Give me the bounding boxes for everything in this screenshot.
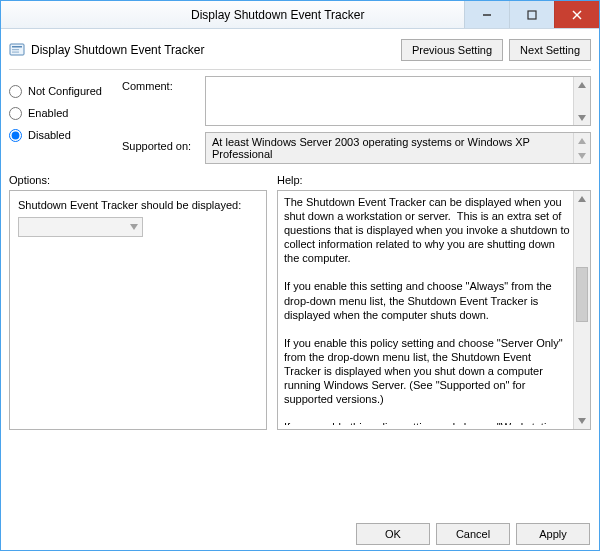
radio-disabled[interactable]: Disabled <box>9 124 114 146</box>
ok-button[interactable]: OK <box>356 523 430 545</box>
svg-rect-1 <box>528 11 536 19</box>
supported-on-box: At least Windows Server 2003 operating s… <box>205 132 591 164</box>
svg-rect-6 <box>12 49 19 50</box>
svg-marker-8 <box>578 82 586 88</box>
supported-scrollbar[interactable] <box>573 133 590 163</box>
scroll-down-icon <box>574 110 590 125</box>
radio-enabled[interactable]: Enabled <box>9 102 114 124</box>
scrollbar-track[interactable] <box>574 207 590 413</box>
radio-enabled-input[interactable] <box>9 107 22 120</box>
comment-textarea[interactable] <box>205 76 591 126</box>
help-text: The Shutdown Event Tracker can be displa… <box>284 195 570 425</box>
radio-not-configured-label: Not Configured <box>28 85 102 97</box>
chevron-down-icon <box>130 224 138 230</box>
radio-enabled-label: Enabled <box>28 107 68 119</box>
minimize-button[interactable] <box>464 1 509 28</box>
svg-marker-14 <box>578 418 586 424</box>
close-button[interactable] <box>554 1 599 28</box>
minimize-icon <box>482 10 492 20</box>
svg-marker-10 <box>578 138 586 144</box>
radio-disabled-input[interactable] <box>9 129 22 142</box>
radio-not-configured[interactable]: Not Configured <box>9 80 114 102</box>
help-panel: The Shutdown Event Tracker can be displa… <box>277 190 591 430</box>
titlebar: Display Shutdown Event Tracker <box>1 1 599 29</box>
supported-on-value: At least Windows Server 2003 operating s… <box>212 136 530 160</box>
maximize-button[interactable] <box>509 1 554 28</box>
radio-disabled-label: Disabled <box>28 129 71 141</box>
previous-setting-button[interactable]: Previous Setting <box>401 39 503 61</box>
scrollbar-thumb[interactable] <box>576 267 588 322</box>
svg-marker-9 <box>578 115 586 121</box>
apply-button[interactable]: Apply <box>516 523 590 545</box>
scroll-up-icon <box>574 133 590 148</box>
display-mode-dropdown[interactable] <box>18 217 143 237</box>
radio-not-configured-input[interactable] <box>9 85 22 98</box>
svg-marker-12 <box>130 224 138 230</box>
scroll-up-icon <box>574 191 590 207</box>
supported-on-label: Supported on: <box>122 134 197 152</box>
state-radio-group: Not Configured Enabled Disabled <box>9 76 114 164</box>
svg-marker-13 <box>578 196 586 202</box>
window-title: Display Shutdown Event Tracker <box>191 8 364 22</box>
close-icon <box>572 10 582 20</box>
cancel-button[interactable]: Cancel <box>436 523 510 545</box>
dialog-footer: OK Cancel Apply <box>356 523 590 545</box>
page-subtitle: Display Shutdown Event Tracker <box>31 43 204 57</box>
help-section-label: Help: <box>277 174 591 186</box>
comment-scrollbar[interactable] <box>573 77 590 125</box>
option-label: Shutdown Event Tracker should be display… <box>18 199 258 211</box>
svg-rect-5 <box>12 46 22 48</box>
options-panel: Shutdown Event Tracker should be display… <box>9 190 267 430</box>
options-section-label: Options: <box>9 174 267 186</box>
next-setting-button[interactable]: Next Setting <box>509 39 591 61</box>
comment-label: Comment: <box>122 80 197 134</box>
svg-marker-11 <box>578 153 586 159</box>
scroll-down-icon <box>574 148 590 163</box>
scroll-down-icon <box>574 413 590 429</box>
divider <box>9 69 591 70</box>
svg-rect-7 <box>12 52 19 53</box>
maximize-icon <box>527 10 537 20</box>
scroll-up-icon <box>574 77 590 92</box>
help-scrollbar[interactable] <box>573 191 590 429</box>
policy-icon <box>9 42 25 58</box>
